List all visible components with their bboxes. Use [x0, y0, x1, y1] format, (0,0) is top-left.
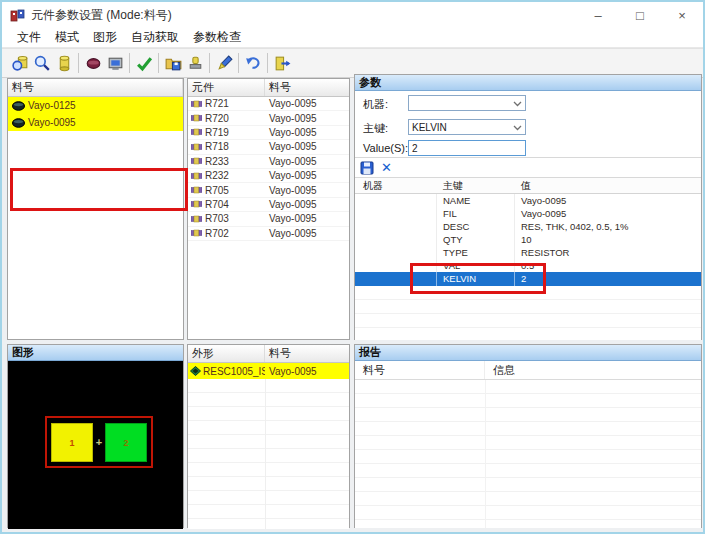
pad-2: 2: [105, 423, 147, 462]
component-row[interactable]: R719 Vayo-0095: [188, 126, 349, 140]
undo-icon[interactable]: [242, 52, 264, 74]
component-ref: R233: [205, 156, 229, 167]
value-input[interactable]: [408, 140, 526, 156]
component-row[interactable]: R704 Vayo-0095: [188, 198, 349, 212]
maximize-button[interactable]: □: [619, 2, 661, 28]
menu-bar: 文件 模式 图形 自动获取 参数检查: [2, 28, 703, 48]
exit-icon[interactable]: [271, 52, 293, 74]
component-ref: R703: [205, 213, 229, 224]
component-ref: R721: [205, 98, 229, 109]
param-table-empty-area: [355, 286, 701, 342]
components-col-part[interactable]: 料号: [265, 79, 349, 96]
component-row[interactable]: R720 Vayo-0095: [188, 111, 349, 125]
param-col-key[interactable]: 主键: [437, 178, 515, 193]
load-icon[interactable]: [9, 52, 31, 74]
toolbar-separator: [129, 53, 130, 73]
param-machine: [355, 194, 437, 207]
param-col-machine[interactable]: 机器: [355, 178, 437, 193]
menu-mode[interactable]: 模式: [48, 27, 86, 48]
param-value: 0.5: [515, 259, 701, 272]
param-key: VAL: [437, 259, 515, 272]
key-value: KELVIN: [412, 122, 447, 133]
parts-list-panel: 料号 Vayo-0125 Vayo-0095: [7, 78, 184, 340]
param-iconbar: ✕: [355, 158, 701, 178]
param-col-value[interactable]: 值: [515, 178, 701, 193]
close-button[interactable]: ×: [661, 2, 703, 28]
params-panel: 参数 机器: 主键: KELVIN Value(S): ✕ 机器: [354, 74, 702, 340]
machine-combobox[interactable]: [408, 95, 526, 111]
component-part-number: Vayo-0095: [265, 170, 317, 181]
param-key: TYPE: [437, 246, 515, 259]
component-ref: R719: [205, 127, 229, 138]
shape-name: RESC1005_IS...: [203, 366, 265, 377]
stamp-icon[interactable]: [184, 52, 206, 74]
report-col-part[interactable]: 料号: [355, 361, 485, 379]
key-combobox[interactable]: KELVIN: [408, 119, 526, 135]
param-row[interactable]: TYPE RESISTOR: [355, 246, 701, 259]
menu-graphic[interactable]: 图形: [86, 27, 124, 48]
parts-list-item[interactable]: Vayo-0125: [8, 97, 183, 114]
parts-list-item[interactable]: Vayo-0095: [8, 114, 183, 131]
report-col-info[interactable]: 信息: [485, 361, 701, 379]
pen-icon[interactable]: [213, 52, 235, 74]
menu-auto-fetch[interactable]: 自动获取: [124, 27, 186, 48]
component-icon[interactable]: [82, 52, 104, 74]
param-row[interactable]: FIL Vayo-0095: [355, 207, 701, 220]
machine-label: 机器:: [363, 97, 388, 112]
component-row[interactable]: R718 Vayo-0095: [188, 140, 349, 154]
toolbar-separator: [158, 53, 159, 73]
database-icon[interactable]: [53, 52, 75, 74]
component-row[interactable]: R705 Vayo-0095: [188, 183, 349, 197]
component-row[interactable]: R721 Vayo-0095: [188, 97, 349, 111]
components-list-panel: 元件 料号 R721 Vayo-0095: [187, 78, 350, 340]
shape-icon: [190, 366, 201, 376]
minimize-button[interactable]: –: [577, 2, 619, 28]
part-number: Vayo-0125: [28, 100, 76, 111]
resistor-icon: [191, 229, 202, 237]
resistor-icon: [191, 186, 202, 194]
part-icon: [12, 118, 25, 128]
parts-header-label[interactable]: 料号: [8, 79, 183, 96]
component-part-number: Vayo-0095: [265, 127, 317, 138]
save-folder-icon[interactable]: [162, 52, 184, 74]
param-value: RES, THK, 0402, 0.5, 1%: [515, 220, 701, 233]
report-panel-title: 报告: [355, 345, 701, 361]
component-row[interactable]: R233 Vayo-0095: [188, 155, 349, 169]
resistor-icon: [191, 114, 202, 122]
param-row[interactable]: QTY 10: [355, 233, 701, 246]
parts-rows: Vayo-0125 Vayo-0095: [8, 97, 183, 131]
shape-col-part[interactable]: 料号: [265, 345, 349, 362]
components-rows: R721 Vayo-0095 R720 Vayo-0095: [188, 97, 349, 241]
param-row[interactable]: DESC RES, THK, 0402, 0.5, 1%: [355, 220, 701, 233]
component-part-number: Vayo-0095: [265, 98, 317, 109]
shape-rows: RESC1005_IS... Vayo-0095: [188, 363, 349, 379]
param-row[interactable]: NAME Vayo-0095: [355, 194, 701, 207]
key-label: 主键:: [363, 121, 388, 136]
monitor-icon[interactable]: [104, 52, 126, 74]
resistor-icon: [191, 215, 202, 223]
component-part-number: Vayo-0095: [265, 141, 317, 152]
delete-x-icon[interactable]: ✕: [381, 158, 392, 177]
parts-column-header[interactable]: 料号: [8, 79, 183, 97]
shape-col-shape[interactable]: 外形: [188, 345, 265, 362]
param-row[interactable]: VAL 0.5: [355, 259, 701, 272]
components-col-ref[interactable]: 元件: [188, 79, 265, 96]
shape-empty-area: [188, 379, 349, 529]
component-row[interactable]: R703 Vayo-0095: [188, 212, 349, 226]
check-icon[interactable]: [133, 52, 155, 74]
menu-param-check[interactable]: 参数检查: [186, 27, 248, 48]
save-icon[interactable]: [360, 161, 374, 175]
param-row[interactable]: KELVIN 2: [355, 272, 701, 286]
param-machine: [355, 246, 437, 259]
components-column-header: 元件 料号: [188, 79, 349, 97]
menu-file[interactable]: 文件: [10, 27, 48, 48]
param-machine: [355, 233, 437, 246]
component-ref: R702: [205, 228, 229, 239]
component-graphic-canvas[interactable]: 1 2 +: [8, 361, 183, 529]
shape-row[interactable]: RESC1005_IS... Vayo-0095: [188, 363, 349, 379]
component-row[interactable]: R702 Vayo-0095: [188, 227, 349, 241]
component-row[interactable]: R232 Vayo-0095: [188, 169, 349, 183]
param-key: DESC: [437, 220, 515, 233]
search-icon[interactable]: [31, 52, 53, 74]
center-mark: +: [96, 436, 102, 448]
